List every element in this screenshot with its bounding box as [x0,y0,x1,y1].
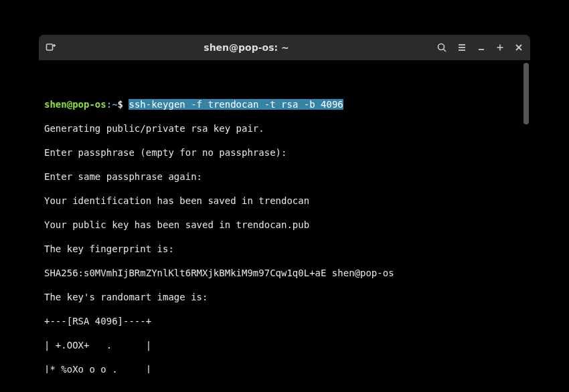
output-line: Enter same passphrase again: [44,171,525,183]
output-line: Your identification has been saved in tr… [44,195,525,207]
prompt-line-1: shen@pop-os:~$ ssh-keygen -f trendocan -… [44,98,525,110]
command-text: ssh-keygen -f trendocan -t rsa -b 4096 [129,99,343,110]
output-line: Generating public/private rsa key pair. [44,122,525,134]
scrollbar-thumb[interactable] [523,63,529,124]
prompt-dollar: $ [118,99,129,110]
prompt-colon: : [106,99,112,110]
close-button[interactable] [514,43,523,52]
new-tab-icon[interactable] [46,42,56,53]
svg-point-3 [438,44,444,50]
output-line: SHA256:s0MVmhIjBRmZYnlKlt6RMXjkBMkiM9m97… [44,267,525,279]
output-line: Your public key has been saved in trendo… [44,219,525,231]
svg-rect-0 [47,44,53,50]
window-title: shen@pop-os: ~ [56,42,436,53]
output-line: | +.OOX+ . | [44,339,525,351]
search-icon[interactable] [436,42,447,53]
output-line: Enter passphrase (empty for no passphras… [44,146,525,159]
titlebar: shen@pop-os: ~ [39,35,530,60]
maximize-button[interactable] [495,43,505,52]
output-line: |* %oXo o o . | [44,363,525,373]
prompt-path: ~ [112,99,117,110]
menu-icon[interactable] [457,42,467,53]
terminal-window: shen@pop-os: ~ [39,35,530,373]
output-line: The key fingerprint is: [44,243,525,255]
svg-line-4 [444,50,446,52]
output-line: +---[RSA 4096]----+ [44,315,525,327]
output-line: The key's randomart image is: [44,291,525,303]
prompt-user-host: shen@pop-os [44,99,106,110]
terminal-body[interactable]: shen@pop-os:~$ ssh-keygen -f trendocan -… [39,60,530,373]
minimize-button[interactable] [477,43,486,52]
